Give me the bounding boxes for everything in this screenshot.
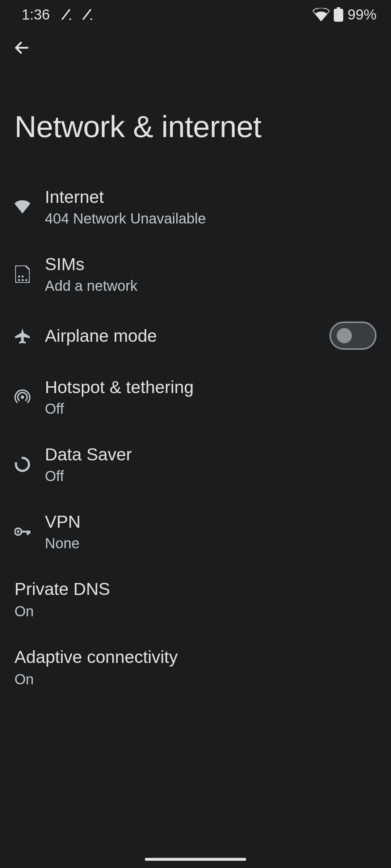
setting-title: Internet xyxy=(45,187,377,207)
setting-item-hotspot[interactable]: Hotspot & tethering Off xyxy=(0,363,391,431)
setting-subtitle: Off xyxy=(45,468,377,484)
status-time: 1:36 xyxy=(22,7,50,23)
setting-subtitle: None xyxy=(45,535,377,552)
setting-title: Adaptive connectivity xyxy=(14,647,377,667)
status-right: 99% xyxy=(313,7,377,23)
setting-title: Hotspot & tethering xyxy=(45,377,377,397)
no-signal-icon-1 xyxy=(61,8,71,21)
page-title: Network & internet xyxy=(0,59,391,173)
svg-rect-2 xyxy=(337,7,340,9)
svg-point-12 xyxy=(17,531,20,533)
toggle-knob xyxy=(337,328,352,343)
svg-rect-5 xyxy=(22,276,24,277)
svg-rect-6 xyxy=(18,279,20,281)
svg-rect-8 xyxy=(25,279,27,281)
setting-item-sims[interactable]: SIMs Add a network xyxy=(0,241,391,308)
wifi-icon xyxy=(313,8,329,21)
status-left: 1:36 xyxy=(22,7,92,23)
battery-icon xyxy=(334,7,343,22)
setting-subtitle: On xyxy=(14,671,377,688)
setting-subtitle: Add a network xyxy=(45,278,377,294)
data-saver-icon xyxy=(14,456,30,472)
vpn-key-icon xyxy=(14,524,30,540)
navigation-handle[interactable] xyxy=(145,858,246,861)
wifi-icon xyxy=(14,199,30,215)
svg-rect-7 xyxy=(22,279,24,281)
battery-percent: 99% xyxy=(348,7,377,23)
svg-rect-14 xyxy=(27,531,29,535)
setting-item-datasaver[interactable]: Data Saver Off xyxy=(0,431,391,498)
svg-point-10 xyxy=(16,458,29,471)
setting-title: Airplane mode xyxy=(45,326,315,346)
back-button[interactable] xyxy=(11,37,33,59)
arrow-left-icon xyxy=(13,39,30,56)
status-bar: 1:36 99% xyxy=(0,0,391,29)
svg-point-1 xyxy=(90,18,92,20)
no-signal-icon-2 xyxy=(82,8,92,21)
setting-subtitle: Off xyxy=(45,401,377,417)
svg-point-9 xyxy=(21,395,24,399)
airplane-icon xyxy=(14,328,30,344)
setting-title: Data Saver xyxy=(45,444,377,464)
setting-item-private-dns[interactable]: Private DNS On xyxy=(0,565,391,633)
setting-subtitle: 404 Network Unavailable xyxy=(45,210,377,227)
svg-point-0 xyxy=(69,18,71,20)
sim-icon xyxy=(14,266,30,282)
svg-rect-4 xyxy=(18,276,20,277)
setting-item-vpn[interactable]: VPN None xyxy=(0,498,391,565)
header xyxy=(0,29,391,59)
svg-rect-15 xyxy=(29,531,30,533)
airplane-toggle[interactable] xyxy=(329,322,377,350)
setting-item-internet[interactable]: Internet 404 Network Unavailable xyxy=(0,173,391,241)
setting-title: SIMs xyxy=(45,254,377,274)
setting-item-airplane[interactable]: Airplane mode xyxy=(0,308,391,363)
setting-title: Private DNS xyxy=(14,579,377,599)
svg-rect-3 xyxy=(334,9,343,22)
setting-item-adaptive[interactable]: Adaptive connectivity On xyxy=(0,633,391,701)
setting-subtitle: On xyxy=(14,603,377,620)
hotspot-icon xyxy=(14,389,30,405)
setting-title: VPN xyxy=(45,512,377,532)
